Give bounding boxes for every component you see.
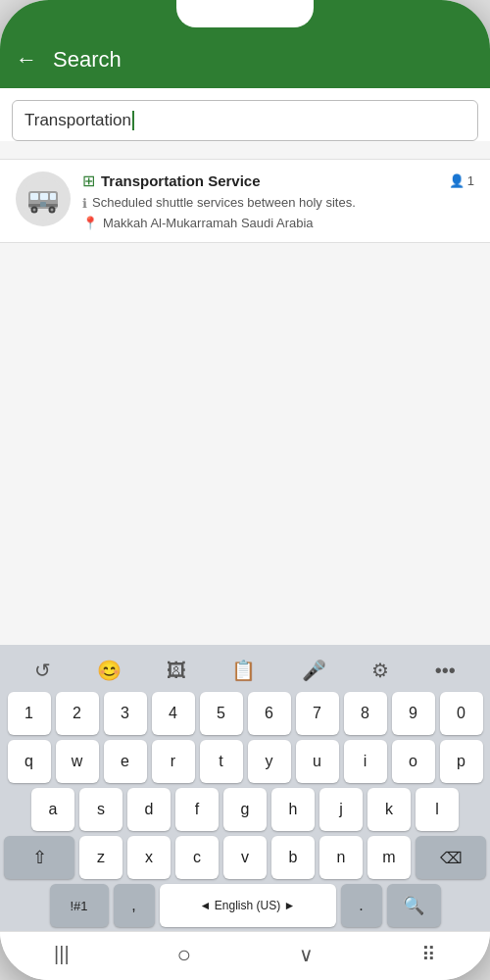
key-s[interactable]: s [79,788,122,831]
result-desc-row: ℹ Scheduled shuttle services between hol… [82,194,474,212]
result-description: Scheduled shuttle services between holy … [92,194,356,212]
search-input-area: Transportation [0,88,490,141]
svg-rect-4 [50,193,56,200]
key-7[interactable]: 7 [296,692,339,735]
key-9[interactable]: 9 [392,692,435,735]
back-nav-button[interactable]: ∨ [291,935,321,974]
key-b[interactable]: b [271,836,315,879]
numbers-key[interactable]: !#1 [50,884,109,927]
result-info: ⊞ Transportation Service 👤 1 ℹ Scheduled… [82,172,474,230]
key-0[interactable]: 0 [440,692,483,735]
location-icon: 📍 [82,216,98,230]
mic-icon[interactable]: 🎤 [298,655,330,686]
key-h[interactable]: h [271,788,315,831]
text-cursor [132,111,134,130]
key-4[interactable]: 4 [152,692,195,735]
key-3[interactable]: 3 [104,692,147,735]
key-i[interactable]: i [344,740,387,783]
result-title: Transportation Service [101,172,261,189]
sticker-icon[interactable]: 🖼 [163,656,190,686]
key-8[interactable]: 8 [344,692,387,735]
settings-icon[interactable]: ⚙ [368,655,393,686]
shift-key[interactable]: ⇧ [4,836,74,879]
result-title-row: ⊞ Transportation Service 👤 1 [82,172,474,190]
svg-point-7 [33,209,36,212]
key-z[interactable]: z [79,836,122,879]
emoji-icon[interactable]: 😊 [93,655,125,686]
svg-point-9 [51,209,54,212]
key-row-bottom: !#1 , ◄ English (US) ► . 🔍 [4,884,486,927]
key-l[interactable]: l [416,788,459,831]
svg-rect-10 [40,202,46,207]
key-6[interactable]: 6 [248,692,291,735]
home-button[interactable]: ○ [170,933,200,976]
key-k[interactable]: k [368,788,411,831]
key-g[interactable]: g [223,788,267,831]
key-t[interactable]: t [200,740,243,783]
key-d[interactable]: d [127,788,171,831]
key-1[interactable]: 1 [8,692,51,735]
svg-rect-2 [30,193,38,200]
menu-button[interactable]: ⠿ [414,935,444,974]
key-row-qwerty: q w e r t y u i o p [4,740,486,783]
more-icon[interactable]: ••• [431,656,460,686]
key-f[interactable]: f [175,788,219,831]
results-area: ⊞ Transportation Service 👤 1 ℹ Scheduled… [0,141,490,645]
key-5[interactable]: 5 [200,692,243,735]
result-location: Makkah Al-Mukarramah Saudi Arabia [103,216,314,230]
key-v[interactable]: v [223,836,267,879]
keyboard-toolbar: ↺ 😊 🖼 📋 🎤 ⚙ ••• [4,651,486,692]
key-q[interactable]: q [8,740,51,783]
search-value: Transportation [24,111,131,130]
phone-frame: ← Search Transportation [0,0,490,980]
comma-key[interactable]: , [114,884,155,927]
result-location-row: 📍 Makkah Al-Mukarramah Saudi Arabia [82,216,474,230]
back-button[interactable]: ← [16,47,37,73]
undo-icon[interactable]: ↺ [30,655,55,686]
bottom-nav-bar: ||| ○ ∨ ⠿ [0,931,490,980]
key-u[interactable]: u [296,740,339,783]
key-r[interactable]: r [152,740,195,783]
language-key[interactable]: ◄ English (US) ► [160,884,336,927]
key-row-asdf: a s d f g h j k l [4,788,486,831]
period-key[interactable]: . [341,884,382,927]
key-p[interactable]: p [440,740,483,783]
page-title: Search [53,47,122,73]
key-x[interactable]: x [127,836,171,879]
key-c[interactable]: c [175,836,219,879]
avatar [16,172,71,226]
search-input-wrapper[interactable]: Transportation [12,100,478,141]
result-card[interactable]: ⊞ Transportation Service 👤 1 ℹ Scheduled… [0,159,490,243]
key-a[interactable]: a [31,788,74,831]
recents-button[interactable]: ||| [46,935,77,973]
key-m[interactable]: m [368,836,411,879]
notch [176,0,314,27]
keyboard-rows: 1 2 3 4 5 6 7 8 9 0 q w e r t y u i [4,692,486,927]
result-title-left: ⊞ Transportation Service [82,172,261,190]
key-w[interactable]: w [56,740,99,783]
key-y[interactable]: y [248,740,291,783]
key-2[interactable]: 2 [56,692,99,735]
key-j[interactable]: j [319,788,363,831]
search-key[interactable]: 🔍 [387,884,441,927]
app-bar: ← Search [0,31,490,88]
key-o[interactable]: o [392,740,435,783]
info-icon: ℹ [82,196,87,211]
key-e[interactable]: e [104,740,147,783]
clipboard-icon[interactable]: 📋 [227,655,260,686]
participant-count: 1 [467,173,474,188]
keyboard: ↺ 😊 🖼 📋 🎤 ⚙ ••• 1 2 3 4 5 6 7 8 9 0 [0,645,490,931]
person-icon: 👤 [449,173,465,188]
key-row-numbers: 1 2 3 4 5 6 7 8 9 0 [4,692,486,735]
svg-rect-3 [40,193,48,200]
key-n[interactable]: n [319,836,363,879]
grid-icon: ⊞ [82,172,95,190]
backspace-key[interactable]: ⌫ [416,836,486,879]
participant-badge: 👤 1 [449,173,474,188]
key-row-zxcv: ⇧ z x c v b n m ⌫ [4,836,486,879]
